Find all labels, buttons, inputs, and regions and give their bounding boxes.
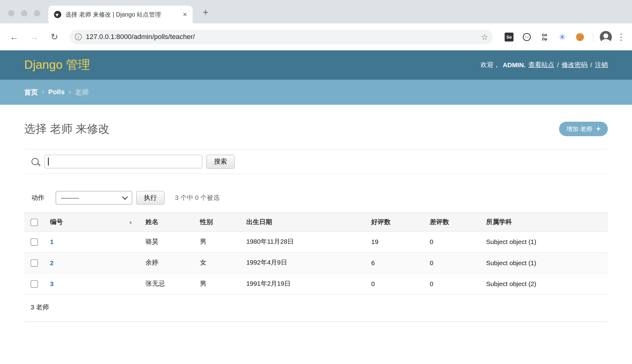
cell-name: 张无忌 <box>139 273 193 294</box>
new-tab-button[interactable]: + <box>200 7 211 18</box>
page-header: 选择 老师 来修改 增加 老师 + <box>24 121 608 137</box>
forward-icon: → <box>29 32 40 42</box>
column-header-subject[interactable]: 所属学科 <box>480 213 608 231</box>
welcome-text: 欢迎， <box>481 61 500 69</box>
breadcrumb-current: 老师 <box>75 87 89 97</box>
reload-icon[interactable]: ↻ <box>49 32 60 42</box>
bookmark-star-icon[interactable]: ☆ <box>481 32 488 42</box>
action-select-value: --------- <box>61 194 79 201</box>
toolbar-divider <box>593 33 593 41</box>
window-controls <box>8 10 40 17</box>
user-tools: 欢迎， ADMIN. 查看站点 / 修改密码 / 注销 <box>481 61 608 69</box>
cell-good: 19 <box>365 232 423 252</box>
select-all-checkbox[interactable] <box>31 219 38 226</box>
row-id-link[interactable]: 3 <box>50 280 54 288</box>
row-id-link[interactable]: 1 <box>50 238 54 246</box>
tab-strip: 选择 老师 来修改 | Django 站点管理 × + <box>0 0 632 23</box>
row-checkbox[interactable] <box>31 259 38 267</box>
address-bar[interactable]: i 127.0.0.1:8000/admin/polls/teacher/ ☆ <box>69 29 493 44</box>
cell-gender: 女 <box>193 253 240 273</box>
page-info-icon[interactable]: i <box>75 33 82 40</box>
add-teacher-label: 增加 老师 <box>566 125 592 133</box>
chevron-down-icon <box>122 194 128 200</box>
cell-bad: 0 <box>423 253 480 273</box>
add-teacher-button[interactable]: 增加 老师 + <box>559 122 608 136</box>
site-brand[interactable]: Django 管理 <box>24 57 90 73</box>
window-close-button[interactable] <box>8 10 14 17</box>
column-header-name[interactable]: 姓名 <box>139 213 193 231</box>
search-input[interactable] <box>44 155 202 168</box>
tab-favicon-icon <box>54 11 61 18</box>
browser-tab[interactable]: 选择 老师 来修改 | Django 站点管理 × <box>49 6 193 23</box>
dots-extension-icon[interactable]: ⋯ <box>520 30 533 43</box>
gitzip-extension-icon[interactable]: GitZip <box>538 30 551 43</box>
selection-counter: 3 个中 0 个被选 <box>175 194 220 202</box>
search-input-wrap <box>44 155 202 168</box>
column-header-good[interactable]: 好评数 <box>365 213 423 231</box>
url-text[interactable]: 127.0.0.1:8000/admin/polls/teacher/ <box>86 33 477 41</box>
pinwheel-extension-icon[interactable]: ✳ <box>556 30 569 43</box>
selenium-extension-icon[interactable]: Se <box>503 30 516 43</box>
actions-bar: 动作 --------- 执行 3 个中 0 个被选 <box>24 191 608 205</box>
username-text: ADMIN. <box>503 61 526 69</box>
table-row: 1 骆昊 男 1980年11月28日 19 0 Subject object (… <box>24 232 608 253</box>
profile-avatar[interactable] <box>600 31 612 43</box>
text-caret <box>48 157 49 165</box>
result-count: 3 老师 <box>24 294 608 322</box>
window-minimize-button[interactable] <box>21 10 27 17</box>
breadcrumb: 首页 › Polls › 老师 <box>0 80 632 105</box>
browser-toolbar: ← → ↻ i 127.0.0.1:8000/admin/polls/teach… <box>0 23 632 50</box>
search-button[interactable]: 搜索 <box>206 154 235 168</box>
action-label: 动作 <box>31 194 44 202</box>
cell-name: 余婷 <box>139 253 193 273</box>
back-icon[interactable]: ← <box>9 32 19 42</box>
tab-close-icon[interactable]: × <box>183 10 187 19</box>
cookie-extension-icon[interactable] <box>574 30 587 43</box>
cell-gender: 男 <box>193 273 240 294</box>
search-icon <box>31 158 39 165</box>
cell-birthday: 1980年11月28日 <box>240 232 365 252</box>
cell-gender: 男 <box>193 232 240 252</box>
column-header-gender[interactable]: 性别 <box>193 213 240 231</box>
breadcrumb-separator: › <box>69 88 71 96</box>
cell-birthday: 1991年2月19日 <box>240 273 365 294</box>
table-row: 3 张无忌 男 1991年2月19日 0 0 Subject object (2… <box>24 273 608 294</box>
cell-name: 骆昊 <box>139 232 193 252</box>
browser-window: 选择 老师 来修改 | Django 站点管理 × + ← → ↻ i 127.… <box>0 0 632 364</box>
tab-title: 选择 老师 来修改 | Django 站点管理 <box>65 11 179 18</box>
window-zoom-button[interactable] <box>34 10 40 17</box>
view-site-link[interactable]: 查看站点 <box>529 61 554 69</box>
sort-ascending-icon[interactable]: ▲ <box>129 220 133 224</box>
table-row: 2 余婷 女 1992年4月9日 6 0 Subject object (1) <box>24 253 608 273</box>
admin-header: Django 管理 欢迎， ADMIN. 查看站点 / 修改密码 / 注销 <box>0 50 632 80</box>
cell-bad: 0 <box>423 273 480 294</box>
breadcrumb-app-link[interactable]: Polls <box>48 88 64 96</box>
logout-link[interactable]: 注销 <box>595 61 608 69</box>
page-title: 选择 老师 来修改 <box>24 121 110 137</box>
row-checkbox[interactable] <box>31 280 38 288</box>
extensions-area: Se ⋯ GitZip ✳ ⋮ <box>503 30 626 43</box>
plus-icon: + <box>596 125 601 133</box>
browser-menu-icon[interactable]: ⋮ <box>617 32 626 42</box>
cell-good: 0 <box>365 273 423 294</box>
change-password-link[interactable]: 修改密码 <box>562 61 587 69</box>
breadcrumb-home-link[interactable]: 首页 <box>24 87 38 97</box>
cell-bad: 0 <box>423 232 480 252</box>
column-header-bad[interactable]: 差评数 <box>423 213 480 231</box>
cell-good: 6 <box>365 253 423 273</box>
cell-subject: Subject object (1) <box>480 232 608 252</box>
action-select[interactable]: --------- <box>56 191 132 205</box>
row-checkbox[interactable] <box>31 238 38 246</box>
result-table: 编号 ▲ 姓名 性别 出生日期 好评数 差评数 所属学科 1 骆昊 男 1980… <box>24 213 608 322</box>
row-id-link[interactable]: 2 <box>50 259 54 267</box>
link-separator: / <box>590 61 592 69</box>
breadcrumb-separator: › <box>42 88 44 96</box>
link-separator: / <box>557 61 559 69</box>
cell-subject: Subject object (1) <box>480 253 608 273</box>
table-header-row: 编号 ▲ 姓名 性别 出生日期 好评数 差评数 所属学科 <box>24 213 608 232</box>
column-header-id[interactable]: 编号 <box>50 218 63 227</box>
search-toolbar: 搜索 <box>24 149 608 174</box>
cell-subject: Subject object (2) <box>480 273 608 294</box>
go-button[interactable]: 执行 <box>136 191 165 205</box>
column-header-birthday[interactable]: 出生日期 <box>240 213 365 231</box>
